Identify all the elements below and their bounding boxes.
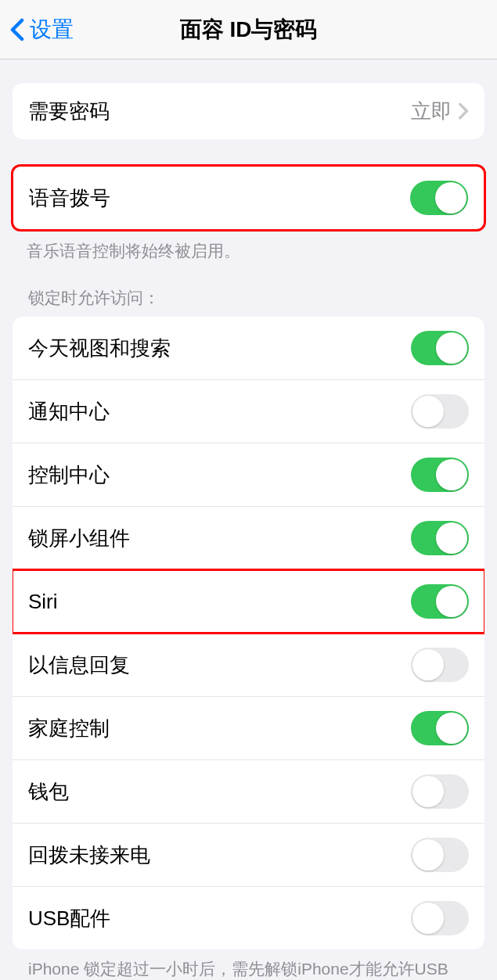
require-passcode-row[interactable]: 需要密码 立即 bbox=[13, 83, 484, 139]
access-row: USB配件 bbox=[13, 886, 484, 949]
access-row: 钱包 bbox=[13, 759, 484, 823]
access-row-toggle[interactable] bbox=[411, 521, 469, 555]
access-row: 通知中心 bbox=[13, 379, 484, 443]
voice-dial-row: 语音拨号 bbox=[13, 167, 484, 229]
group-require-passcode: 需要密码 立即 bbox=[13, 83, 484, 139]
access-row-toggle[interactable] bbox=[411, 838, 469, 872]
require-passcode-label: 需要密码 bbox=[28, 98, 110, 125]
access-row: 以信息回复 bbox=[13, 633, 484, 696]
voice-dial-label: 语音拨号 bbox=[29, 185, 110, 212]
group-allow-access: 锁定时允许访问： 今天视图和搜索通知中心控制中心锁屏小组件Siri以信息回复家庭… bbox=[13, 287, 484, 980]
page-title: 面容 ID与密码 bbox=[180, 15, 318, 45]
access-row-toggle[interactable] bbox=[411, 584, 469, 619]
access-row-label: 以信息回复 bbox=[28, 652, 130, 679]
group-voice-dial: 语音拨号 音乐语音控制将始终被启用。 bbox=[11, 164, 486, 262]
chevron-left-icon bbox=[9, 18, 25, 41]
navigation-bar: 设置 面容 ID与密码 bbox=[0, 0, 497, 59]
access-row-toggle[interactable] bbox=[411, 394, 469, 429]
access-row: 今天视图和搜索 bbox=[13, 317, 484, 379]
voice-dial-toggle[interactable] bbox=[410, 181, 468, 215]
access-row-toggle[interactable] bbox=[411, 711, 469, 745]
access-row: 控制中心 bbox=[13, 443, 484, 506]
access-row-label: 钱包 bbox=[28, 778, 69, 806]
access-row-toggle[interactable] bbox=[411, 331, 469, 365]
allow-access-header: 锁定时允许访问： bbox=[13, 287, 484, 317]
access-row: 家庭控制 bbox=[13, 696, 484, 759]
back-button[interactable]: 设置 bbox=[9, 15, 74, 45]
allow-access-footer: iPhone 锁定超过一小时后，需先解锁iPhone才能允许USB 配件连接。 bbox=[13, 949, 484, 980]
access-row-label: USB配件 bbox=[28, 905, 110, 932]
access-row-toggle[interactable] bbox=[411, 774, 469, 809]
access-row-toggle[interactable] bbox=[411, 901, 469, 935]
content: 需要密码 立即 语音拨号 音乐语音控制将始终被启用。 锁定时允许访问： 今天 bbox=[0, 83, 497, 980]
back-label: 设置 bbox=[30, 15, 74, 45]
access-row-label: 回拨未接来电 bbox=[28, 842, 150, 869]
access-row-label: 通知中心 bbox=[28, 398, 110, 425]
access-row: 回拨未接来电 bbox=[13, 823, 484, 886]
require-passcode-value: 立即 bbox=[411, 98, 452, 125]
access-row-label: Siri bbox=[28, 590, 58, 614]
access-row-label: 锁屏小组件 bbox=[28, 525, 130, 552]
access-row-label: 家庭控制 bbox=[28, 715, 110, 742]
access-row: Siri bbox=[13, 569, 484, 633]
chevron-right-icon bbox=[458, 102, 469, 120]
voice-dial-footer: 音乐语音控制将始终被启用。 bbox=[11, 232, 486, 262]
access-row-label: 今天视图和搜索 bbox=[28, 335, 171, 362]
access-row-label: 控制中心 bbox=[28, 461, 110, 489]
access-row-toggle[interactable] bbox=[411, 458, 469, 492]
access-row-toggle[interactable] bbox=[411, 648, 469, 682]
access-row: 锁屏小组件 bbox=[13, 506, 484, 569]
